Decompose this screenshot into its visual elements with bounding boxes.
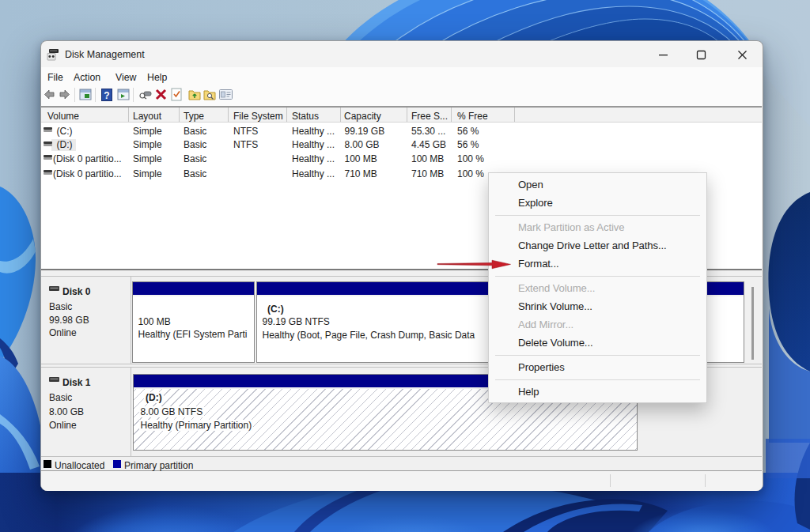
svg-text:?: ? <box>104 90 109 101</box>
